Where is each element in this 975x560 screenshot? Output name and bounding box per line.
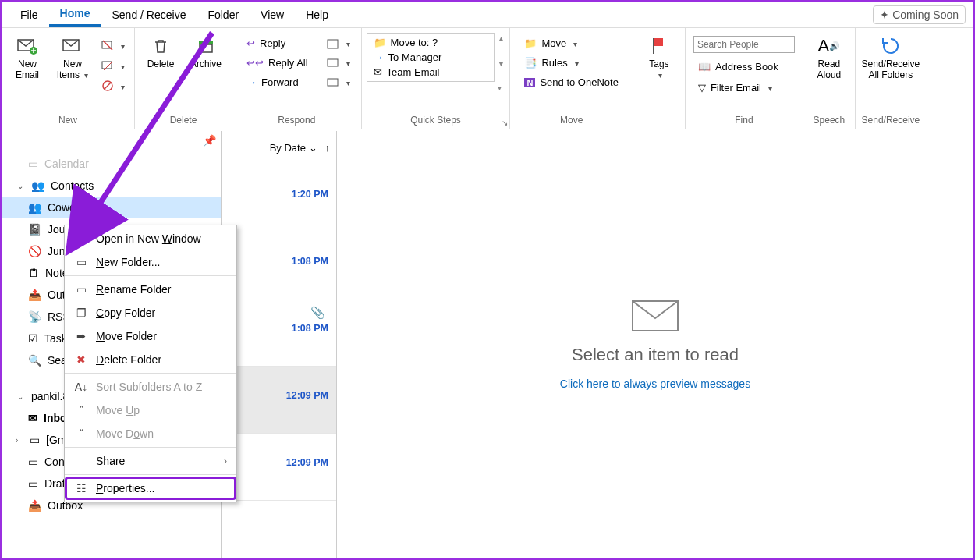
tab-view[interactable]: View [250, 4, 295, 26]
message-row[interactable]: 12:09 PM [222, 434, 336, 501]
search-folder-icon: 🔍 [28, 354, 41, 367]
group-label-new: New [6, 113, 129, 129]
read-aloud-icon: A🔊 [819, 36, 839, 56]
sort-direction-button[interactable]: ↑ [325, 142, 331, 154]
envelope-icon [631, 299, 679, 332]
quickstep-scroll-down[interactable]: ▼ [498, 59, 505, 68]
tab-file[interactable]: File [9, 4, 49, 26]
chevron-right-icon: › [16, 436, 23, 445]
quickstep-manager[interactable]: →To Manager [369, 50, 492, 65]
quickstep-scroll-up[interactable]: ▲ [498, 34, 505, 43]
contacts-icon: 👥 [28, 201, 41, 214]
tab-send-receive[interactable]: Send / Receive [101, 4, 197, 26]
im-button[interactable] [322, 55, 355, 70]
reply-all-button[interactable]: ↩↩Reply All [242, 55, 313, 70]
reply-all-icon: ↩↩ [246, 57, 264, 69]
ctx-share[interactable]: Share› [65, 449, 236, 473]
ctx-delete-label: Delete Folder [96, 353, 161, 366]
group-label-respond: Respond [237, 113, 356, 129]
tags-button[interactable]: Tags [638, 33, 680, 84]
forward-icon: → [374, 51, 384, 63]
folder-coworkers[interactable]: 👥Coworkers [2, 197, 221, 218]
quickstep-team[interactable]: ✉Team Email [369, 65, 492, 80]
meeting-button[interactable] [322, 36, 355, 51]
rules-button[interactable]: 📑Rules [519, 55, 622, 70]
message-time: 12:09 PM [286, 457, 328, 468]
ctx-properties[interactable]: ☷Properties... [65, 477, 236, 500]
junk-button[interactable] [97, 78, 129, 94]
send-receive-all-button[interactable]: Send/Receive All Folders [860, 33, 921, 84]
ctx-new-folder[interactable]: ▭New Folder... [65, 250, 236, 274]
archive-icon [196, 36, 216, 56]
ribbon-group-tags: Tags [633, 28, 686, 129]
reply-button[interactable]: ↩Reply [242, 36, 313, 51]
ribbon-group-new: New Email New Items New [2, 28, 135, 129]
chevron-down-icon [344, 76, 350, 88]
folder-calendar[interactable]: ▭Calendar [2, 153, 221, 175]
sort-by-date[interactable]: By Date ⌄ [270, 142, 317, 154]
folder-coworkers-label: Coworkers [48, 201, 100, 214]
ctx-new-folder-label: New Folder... [96, 256, 161, 268]
archive-button[interactable]: Archive [185, 33, 227, 73]
reply-icon: ↩ [246, 37, 255, 49]
chevron-down-icon [344, 37, 350, 49]
folder-context-menu: ▭Open in New Window ▭New Folder... ▭Rena… [64, 225, 237, 502]
always-preview-link[interactable]: Click here to always preview messages [560, 377, 750, 390]
chevron-right-icon: › [224, 455, 227, 466]
ctx-rename-folder[interactable]: ▭Rename Folder [65, 278, 236, 301]
more-respond-button[interactable] [322, 75, 355, 90]
tab-folder[interactable]: Folder [197, 4, 250, 26]
chevron-down-icon [119, 40, 125, 51]
ctx-copy-label: Copy Folder [96, 307, 155, 319]
tags-label: Tags [649, 58, 668, 69]
junk-icon: 🚫 [28, 245, 41, 257]
ribbon: New Email New Items New Delete Archive [2, 28, 973, 129]
folder-contacts[interactable]: ⌄👥Contacts [2, 175, 221, 197]
new-items-button[interactable]: New Items [51, 33, 94, 84]
sparkle-icon: ✦ [880, 9, 889, 21]
pin-icon[interactable]: 📌 [203, 134, 216, 147]
ctx-sort-label: Sort Subfolders A to Z [96, 381, 202, 393]
ctx-move-up: ˄Move Up [65, 399, 236, 422]
quickstep-expand[interactable]: ▾ [498, 83, 505, 92]
forward-button[interactable]: →Forward [242, 75, 313, 90]
ribbon-group-quicksteps: 📁Move to: ? →To Manager ✉Team Email ▲ ▼ … [362, 28, 511, 129]
delete-button[interactable]: Delete [140, 33, 182, 73]
tab-help[interactable]: Help [295, 4, 339, 26]
attachment-icon: 📎 [310, 306, 325, 320]
message-row[interactable]: 1:20 PM [222, 165, 336, 232]
tab-home[interactable]: Home [49, 2, 101, 27]
svg-rect-9 [200, 44, 212, 52]
message-row[interactable]: 1:08 PM [222, 232, 336, 299]
separator [65, 275, 236, 276]
cleanup-button[interactable] [97, 58, 129, 73]
chevron-down-icon [573, 57, 579, 69]
search-people-input[interactable] [693, 36, 795, 53]
ctx-move-folder[interactable]: ➡Move Folder [65, 324, 236, 348]
new-email-button[interactable]: New Email [6, 33, 48, 84]
address-book-button[interactable]: 📖Address Book [693, 59, 795, 74]
folder-icon: ▭ [30, 434, 40, 446]
read-aloud-button[interactable]: A🔊 Read Aloud [808, 33, 850, 84]
ctx-open-new-window[interactable]: ▭Open in New Window [65, 227, 236, 250]
move-button[interactable]: 📁Move [519, 36, 622, 51]
message-list-pane: By Date ⌄ ↑ 1:20 PM1:08 PM📎1:08 PM12:09 … [222, 131, 337, 558]
separator [65, 373, 236, 374]
ctx-delete-folder[interactable]: ✖Delete Folder [65, 348, 236, 371]
ctx-moveup-label: Move Up [96, 404, 140, 416]
reading-empty-hint: Select an item to read [572, 345, 739, 365]
window-icon: ▭ [74, 232, 88, 245]
filter-email-button[interactable]: ▽Filter Email [693, 80, 795, 95]
ignore-button[interactable] [97, 37, 129, 53]
down-icon: ˅ [74, 427, 88, 440]
quickstep-moveto[interactable]: 📁Move to: ? [369, 35, 492, 50]
ribbon-group-speech: A🔊 Read Aloud Speech [803, 28, 856, 129]
im-icon [327, 58, 339, 69]
ctx-copy-folder[interactable]: ❐Copy Folder [65, 301, 236, 324]
message-row[interactable]: 📎1:08 PM [222, 299, 336, 367]
new-email-icon [17, 36, 37, 56]
coming-soon-button[interactable]: ✦ Coming Soon [873, 5, 966, 24]
onenote-button[interactable]: NSend to OneNote [519, 75, 622, 90]
message-row[interactable]: 12:09 PM [222, 367, 336, 434]
chevron-down-icon [82, 69, 88, 80]
